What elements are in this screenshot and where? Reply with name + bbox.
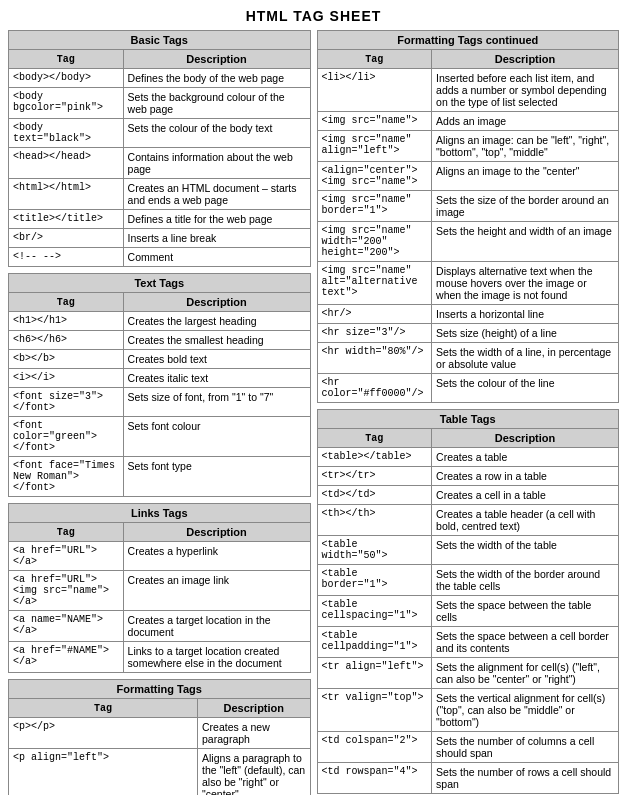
table-row: <p align="left"> Aligns a paragraph to t…: [9, 749, 311, 796]
desc-cell: Sets the vertical alignment for cell(s) …: [432, 689, 619, 732]
desc-cell: Sets the width of the border around the …: [432, 565, 619, 596]
desc-cell: Inserts a line break: [123, 229, 310, 248]
tag-cell: <head></head>: [9, 148, 124, 179]
desc-cell: Creates the smallest heading: [123, 331, 310, 350]
table-row: <tr valign="top"> Sets the vertical alig…: [317, 689, 619, 732]
table-row: <font face="Times New Roman"></font> Set…: [9, 457, 311, 497]
desc-cell: Sets the width of the table: [432, 536, 619, 565]
tag-cell: <img src="name" align="left">: [317, 131, 432, 162]
tag-cell: <i></i>: [9, 369, 124, 388]
tag-cell: <a href="URL"></a>: [9, 542, 124, 571]
desc-cell: Inserts a horizontal line: [432, 305, 619, 324]
table-row: <b></b> Creates bold text: [9, 350, 311, 369]
table-row: <th></th> Creates a table header (a cell…: [317, 505, 619, 536]
table-tags-table: Table Tags Tag Description <table></tabl…: [317, 409, 620, 794]
basic-tags-table: Basic Tags Tag Description <body></body>…: [8, 30, 311, 267]
text-tags-col1: Tag: [9, 293, 124, 312]
text-tags-table: Text Tags Tag Description <h1></h1> Crea…: [8, 273, 311, 497]
tag-cell: <h1></h1>: [9, 312, 124, 331]
tag-cell: <hr size="3"/>: [317, 324, 432, 343]
links-tags-table: Links Tags Tag Description <a href="URL"…: [8, 503, 311, 673]
desc-cell: Creates a hyperlink: [123, 542, 310, 571]
tag-cell: <table width="50">: [317, 536, 432, 565]
desc-cell: Defines a title for the web page: [123, 210, 310, 229]
table-tags-col2: Description: [432, 429, 619, 448]
tag-cell: <img src="name" width="200" height="200"…: [317, 222, 432, 262]
desc-cell: Sets the number of columns a cell should…: [432, 732, 619, 763]
table-row: <img src="name" alt="alternative text"> …: [317, 262, 619, 305]
tag-cell: <html></html>: [9, 179, 124, 210]
table-row: <body text="black"> Sets the colour of t…: [9, 119, 311, 148]
table-row: <font size="3"></font> Sets size of font…: [9, 388, 311, 417]
formatting-tags-col2: Description: [198, 699, 310, 718]
tag-cell: <hr width="80%"/>: [317, 343, 432, 374]
formatting-tags-header: Formatting Tags: [9, 680, 311, 699]
formatting-tags-table: Formatting Tags Tag Description <p></p> …: [8, 679, 311, 795]
desc-cell: Sets the space between the table cells: [432, 596, 619, 627]
table-row: <img src="name" border="1"> Sets the siz…: [317, 191, 619, 222]
table-row: <hr size="3"/> Sets size (height) of a l…: [317, 324, 619, 343]
table-row: <body></body> Defines the body of the we…: [9, 69, 311, 88]
table-row: <i></i> Creates italic text: [9, 369, 311, 388]
tag-cell: <body text="black">: [9, 119, 124, 148]
table-row: <img src="name" align="left"> Aligns an …: [317, 131, 619, 162]
links-tags-col1: Tag: [9, 523, 124, 542]
table-row: <title></title> Defines a title for the …: [9, 210, 311, 229]
tag-cell: <font size="3"></font>: [9, 388, 124, 417]
main-content: Basic Tags Tag Description <body></body>…: [8, 30, 619, 795]
tag-cell: <hr color="#ff0000"/>: [317, 374, 432, 403]
links-tags-col2: Description: [123, 523, 310, 542]
tag-cell: <body bgcolor="pink">: [9, 88, 124, 119]
desc-cell: Aligns a paragraph to the "left" (defaul…: [198, 749, 310, 796]
desc-cell: Sets the height and width of an image: [432, 222, 619, 262]
page-title: HTML TAG SHEET: [8, 8, 619, 24]
formatting-cont-col1: Tag: [317, 50, 432, 69]
tag-cell: <hr/>: [317, 305, 432, 324]
table-row: <hr color="#ff0000"/> Sets the colour of…: [317, 374, 619, 403]
tag-cell: <table cellspacing="1">: [317, 596, 432, 627]
tag-cell: <table cellpadding="1">: [317, 627, 432, 658]
desc-cell: Creates a row in a table: [432, 467, 619, 486]
table-row: <li></li> Inserted before each list item…: [317, 69, 619, 112]
tag-cell: <a href="URL"><img src="name"></a>: [9, 571, 124, 611]
tag-cell: <img src="name" alt="alternative text">: [317, 262, 432, 305]
table-row: <p></p> Creates a new paragraph: [9, 718, 311, 749]
tag-cell: <tr></tr>: [317, 467, 432, 486]
desc-cell: Contains information about the web page: [123, 148, 310, 179]
table-row: <table></table> Creates a table: [317, 448, 619, 467]
table-row: <img src="name" width="200" height="200"…: [317, 222, 619, 262]
desc-cell: Sets the width of a line, in percentage …: [432, 343, 619, 374]
desc-cell: Defines the body of the web page: [123, 69, 310, 88]
desc-cell: Creates a cell in a table: [432, 486, 619, 505]
tag-cell: <li></li>: [317, 69, 432, 112]
tag-cell: <td rowspan="4">: [317, 763, 432, 794]
desc-cell: Creates a target location in the documen…: [123, 611, 310, 642]
desc-cell: Aligns an image: can be "left", "right",…: [432, 131, 619, 162]
desc-cell: Sets font type: [123, 457, 310, 497]
text-tags-col2: Description: [123, 293, 310, 312]
tag-cell: <td></td>: [317, 486, 432, 505]
desc-cell: Comment: [123, 248, 310, 267]
table-row: <a href="URL"><img src="name"></a> Creat…: [9, 571, 311, 611]
desc-cell: Sets the colour of the body text: [123, 119, 310, 148]
desc-cell: Creates an HTML document – starts and en…: [123, 179, 310, 210]
desc-cell: Sets the space between a cell border and…: [432, 627, 619, 658]
basic-tags-col1: Tag: [9, 50, 124, 69]
left-column: Basic Tags Tag Description <body></body>…: [8, 30, 311, 795]
tag-cell: <!-- -->: [9, 248, 124, 267]
tag-cell: <p></p>: [9, 718, 198, 749]
links-tags-header: Links Tags: [9, 504, 311, 523]
table-row: <table cellpadding="1"> Sets the space b…: [317, 627, 619, 658]
table-row: <font color="green"></font> Sets font co…: [9, 417, 311, 457]
right-column: Formatting Tags continued Tag Descriptio…: [317, 30, 620, 795]
table-row: <a href="#NAME"></a> Links to a target l…: [9, 642, 311, 673]
desc-cell: Sets the colour of the line: [432, 374, 619, 403]
basic-tags-col2: Description: [123, 50, 310, 69]
table-row: <head></head> Contains information about…: [9, 148, 311, 179]
basic-tags-header: Basic Tags: [9, 31, 311, 50]
formatting-cont-header: Formatting Tags continued: [317, 31, 619, 50]
table-row: <td rowspan="4"> Sets the number of rows…: [317, 763, 619, 794]
desc-cell: Creates the largest heading: [123, 312, 310, 331]
tag-cell: <table></table>: [317, 448, 432, 467]
tag-cell: <a name="NAME"></a>: [9, 611, 124, 642]
